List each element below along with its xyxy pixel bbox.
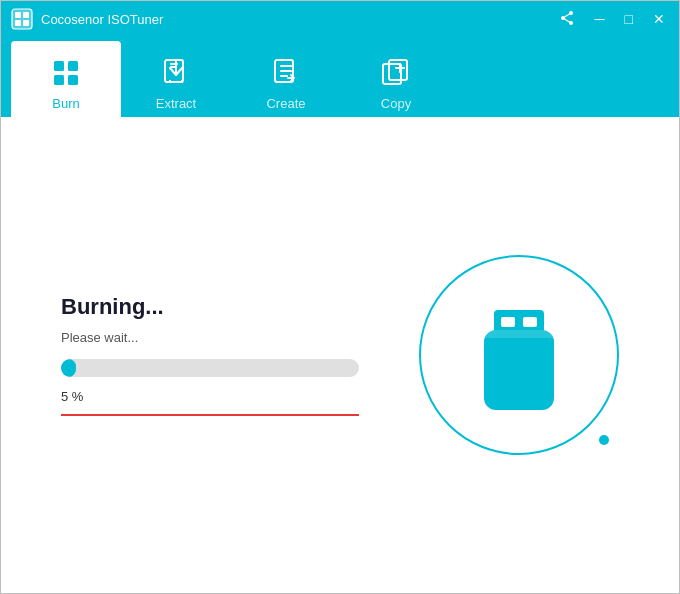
app-logo: [11, 8, 33, 30]
tab-burn-label: Burn: [52, 96, 79, 111]
copy-icon: [381, 58, 411, 92]
minimize-button[interactable]: ─: [591, 10, 609, 28]
svg-line-9: [563, 18, 571, 23]
svg-rect-1: [15, 12, 21, 18]
usb-icon: [459, 290, 579, 420]
tab-create-label: Create: [266, 96, 305, 111]
app-window: Cocosenor ISOTuner ─ □ ✕ Burn: [0, 0, 680, 594]
svg-rect-12: [54, 75, 64, 85]
svg-rect-0: [12, 9, 32, 29]
svg-rect-2: [23, 12, 29, 18]
window-controls: ─ □ ✕: [555, 8, 669, 30]
svg-rect-22: [484, 330, 554, 338]
svg-rect-13: [68, 75, 78, 85]
app-title: Cocosenor ISOTuner: [41, 12, 555, 27]
share-button[interactable]: [555, 8, 579, 30]
create-icon: [271, 58, 301, 92]
svg-rect-10: [54, 61, 64, 71]
left-panel: Burning... Please wait... 5 %: [61, 294, 359, 416]
svg-rect-21: [523, 317, 537, 327]
maximize-button[interactable]: □: [621, 10, 637, 28]
usb-illustration: [419, 255, 619, 455]
close-button[interactable]: ✕: [649, 10, 669, 28]
svg-rect-11: [68, 61, 78, 71]
svg-rect-3: [15, 20, 21, 26]
tab-extract[interactable]: Extract: [121, 41, 231, 117]
progress-bar-fill: [61, 359, 76, 377]
tab-bar: Burn Extract: [1, 37, 679, 117]
extract-icon: [161, 58, 191, 92]
tab-copy[interactable]: Copy: [341, 41, 451, 117]
tab-burn[interactable]: Burn: [11, 41, 121, 117]
red-line-separator: [61, 414, 359, 416]
svg-rect-18: [484, 330, 554, 410]
svg-rect-4: [23, 20, 29, 26]
tab-extract-label: Extract: [156, 96, 196, 111]
burn-icon: [51, 58, 81, 92]
please-wait-text: Please wait...: [61, 330, 359, 345]
tab-create[interactable]: Create: [231, 41, 341, 117]
progress-bar-container: [61, 359, 359, 377]
title-bar: Cocosenor ISOTuner ─ □ ✕: [1, 1, 679, 37]
svg-line-8: [563, 13, 571, 18]
burning-title: Burning...: [61, 294, 359, 320]
tab-copy-label: Copy: [381, 96, 411, 111]
main-content: Burning... Please wait... 5 %: [1, 117, 679, 593]
svg-rect-20: [501, 317, 515, 327]
progress-percent: 5 %: [61, 389, 359, 404]
